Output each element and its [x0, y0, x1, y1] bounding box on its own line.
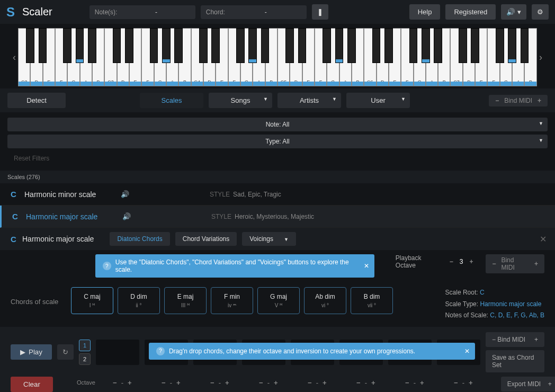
- note-filter[interactable]: Note: All▼: [7, 118, 548, 131]
- tip-banner-1: ? Use the "Diatonic Chords", "Chord Vari…: [95, 254, 374, 278]
- black-key[interactable]: [248, 28, 257, 63]
- minus-icon[interactable]: −: [493, 97, 501, 104]
- piano-next-icon[interactable]: ›: [537, 52, 544, 63]
- songs-tab[interactable]: Songs▼: [209, 93, 272, 108]
- black-key[interactable]: [384, 28, 393, 63]
- play-scale-icon[interactable]: 🔊: [121, 190, 129, 198]
- notes-field[interactable]: Note(s): -: [89, 5, 195, 19]
- black-key[interactable]: [174, 28, 183, 63]
- play-scale-icon[interactable]: 🔊: [122, 212, 131, 220]
- octave-row: Octave −-+−-+−-+−-+−-+−-+−-+−-+: [58, 377, 496, 389]
- black-key[interactable]: [496, 28, 504, 63]
- sound-button[interactable]: 🔊 ▾: [501, 4, 526, 20]
- close-icon[interactable]: ✕: [540, 234, 547, 244]
- piano-prev-icon[interactable]: ‹: [11, 52, 18, 63]
- cycle-button[interactable]: ↻: [57, 344, 74, 360]
- black-key[interactable]: [162, 28, 171, 63]
- black-key[interactable]: [471, 28, 479, 63]
- inversion-row: Inversion −-+−-+−-+−-+−-+−-+−-+−-+: [58, 389, 496, 392]
- black-key[interactable]: [76, 28, 84, 63]
- black-key[interactable]: [335, 28, 344, 63]
- export-midi-button[interactable]: Export MIDI+: [501, 377, 555, 391]
- scale-name: Harmonic major scale: [26, 212, 116, 221]
- save-chord-set-button[interactable]: Save as Chord Set: [486, 350, 544, 372]
- voicings-tab[interactable]: Voicings▼: [242, 232, 296, 246]
- registered-button[interactable]: Registered: [445, 4, 496, 20]
- settings-button[interactable]: ⚙: [532, 4, 549, 20]
- bind-midi-detail[interactable]: − Bind MIDI +: [486, 254, 544, 273]
- chord-slot[interactable]: F miniv ᵐ: [211, 287, 253, 314]
- bind-midi-prog[interactable]: − Bind MIDI+: [486, 332, 544, 347]
- bind-midi-top[interactable]: − Bind MIDI +: [489, 95, 548, 106]
- chord-slot[interactable]: E majIII ᴹ: [164, 287, 207, 314]
- chord-slot[interactable]: D dimii °: [118, 287, 160, 314]
- plus-icon[interactable]: +: [467, 258, 475, 265]
- chord-slot[interactable]: G majV ᴹ: [257, 287, 300, 314]
- app-title: Scaler: [22, 6, 52, 18]
- black-key[interactable]: [422, 28, 430, 63]
- help-icon: ?: [156, 347, 165, 355]
- black-key[interactable]: [347, 28, 356, 63]
- clear-button[interactable]: Clear: [11, 377, 53, 392]
- black-key[interactable]: [285, 28, 294, 63]
- scale-row[interactable]: C Harmonic major scale 🔊 STYLEHeroic, My…: [0, 206, 555, 228]
- alert-button[interactable]: ❚: [312, 4, 328, 20]
- scales-tab[interactable]: Scales: [140, 93, 203, 108]
- reset-filters[interactable]: Reset Filters: [7, 152, 548, 165]
- user-tab[interactable]: User▼: [346, 93, 410, 108]
- plus-icon[interactable]: +: [535, 97, 543, 104]
- black-key[interactable]: [372, 28, 381, 63]
- chord-slot[interactable]: Ab dimvi °: [304, 287, 346, 314]
- play-button[interactable]: ▶ Play: [11, 344, 52, 360]
- stepper-cell[interactable]: −-+: [344, 379, 388, 387]
- scale-row[interactable]: C Harmonic minor scale 🔊 STYLESad, Epic,…: [0, 183, 555, 206]
- chord-slot[interactable]: B dimvii °: [351, 287, 393, 314]
- black-key[interactable]: [261, 28, 270, 63]
- page-2-button[interactable]: 2: [79, 353, 91, 365]
- chord-slot[interactable]: C majI ᴹ: [71, 287, 113, 314]
- piano-keyboard[interactable]: C2DEFGABC3DEFGABC4DEFGABC5DEFGABC6DEFGAB…: [18, 28, 537, 86]
- black-key[interactable]: [26, 28, 34, 63]
- chords-label: Chords of scale: [11, 287, 64, 306]
- stepper-cell[interactable]: −-+: [198, 379, 241, 387]
- black-key[interactable]: [434, 28, 442, 63]
- notes-value: -: [122, 8, 190, 16]
- black-key[interactable]: [88, 28, 96, 63]
- page-1-button[interactable]: 1: [79, 340, 91, 351]
- close-tip-icon[interactable]: ✕: [464, 348, 470, 355]
- chords-of-scale: Chords of scale C majI ᴹD dimii °E majII…: [0, 282, 555, 327]
- stepper-cell[interactable]: −-+: [247, 379, 290, 387]
- progression-slot[interactable]: [96, 340, 139, 365]
- detect-tab[interactable]: Detect: [7, 93, 66, 108]
- stepper-cell[interactable]: −-+: [101, 379, 144, 387]
- chord-variations-tab[interactable]: Chord Variations: [175, 232, 237, 246]
- black-key[interactable]: [39, 28, 47, 63]
- black-key[interactable]: [298, 28, 307, 63]
- black-key[interactable]: [459, 28, 467, 63]
- artists-tab[interactable]: Artists▼: [278, 93, 341, 108]
- chord-field[interactable]: Chord: -: [201, 5, 307, 19]
- stepper-cell[interactable]: −-+: [296, 379, 339, 387]
- filters-panel: Note: All▼ Type: All▼ Reset Filters: [0, 112, 555, 171]
- black-key[interactable]: [409, 28, 418, 63]
- black-key[interactable]: [113, 28, 121, 63]
- stepper-cell[interactable]: −-+: [442, 379, 485, 387]
- black-key[interactable]: [236, 28, 245, 63]
- black-key[interactable]: [199, 28, 208, 63]
- chord-value: -: [230, 8, 301, 16]
- diatonic-chords-tab[interactable]: Diatonic Chords: [110, 232, 169, 246]
- minus-icon[interactable]: −: [447, 258, 455, 265]
- help-button[interactable]: Help: [409, 4, 441, 20]
- type-filter[interactable]: Type: All▼: [7, 135, 548, 148]
- stepper-cell[interactable]: −-+: [393, 379, 436, 387]
- black-key[interactable]: [150, 28, 158, 63]
- black-key[interactable]: [63, 28, 71, 63]
- black-key[interactable]: [211, 28, 220, 63]
- scale-list: C Harmonic minor scale 🔊 STYLESad, Epic,…: [0, 183, 555, 228]
- close-tip-icon[interactable]: ✕: [364, 262, 369, 270]
- black-key[interactable]: [125, 28, 133, 63]
- black-key[interactable]: [521, 28, 529, 63]
- stepper-cell[interactable]: −-+: [149, 379, 193, 387]
- black-key[interactable]: [323, 28, 331, 63]
- black-key[interactable]: [508, 28, 516, 63]
